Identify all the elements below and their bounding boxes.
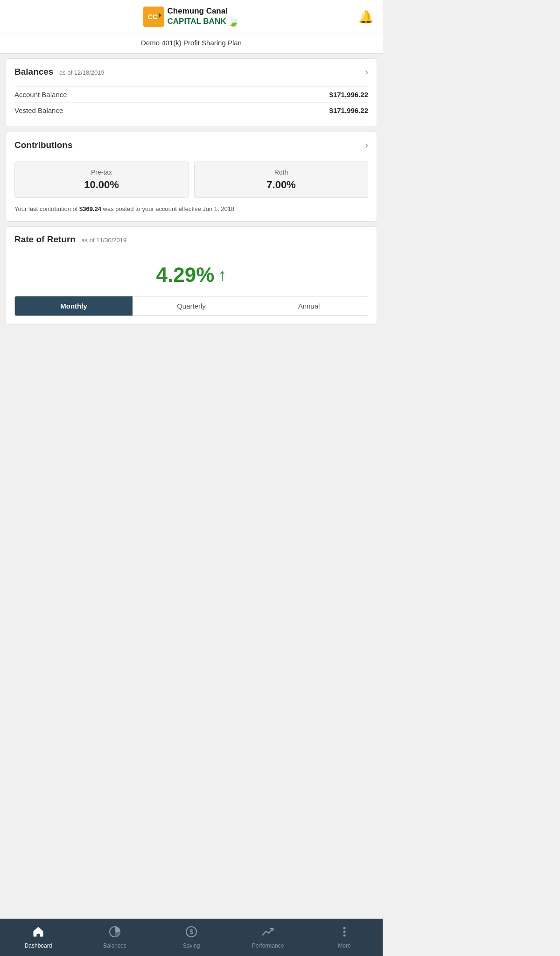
rate-of-return-section: Rate of Return as of 11/30/2019 4.29% ↑ … [6, 226, 377, 325]
contribution-note: Your last contribution of $369.24 was po… [6, 204, 377, 221]
balance-rows: Account Balance $171,996.22 Vested Balan… [6, 84, 377, 127]
ror-rate-display: 4.29% ↑ [14, 257, 368, 296]
contributions-chevron-icon: › [365, 140, 368, 150]
ror-date: as of 11/30/2019 [81, 237, 126, 244]
roth-card: Roth 7.00% [194, 162, 368, 198]
logo-text: Chemung Canal CAPITAL BANK 🍃 [168, 7, 240, 27]
balances-header[interactable]: Balances as of 12/18/2019 › [6, 59, 377, 84]
pretax-label: Pre-tax [20, 169, 183, 176]
contributions-section: Contributions › Pre-tax 10.00% Roth 7.00… [6, 132, 377, 222]
svg-text:CC: CC [148, 13, 157, 21]
ror-percentage: 4.29% [156, 263, 215, 287]
notification-bell-icon[interactable]: 🔔 [358, 10, 373, 24]
account-balance-value: $171,996.22 [329, 91, 368, 98]
pretax-card: Pre-tax 10.00% [14, 162, 189, 198]
account-balance-label: Account Balance [14, 91, 67, 98]
ror-header: Rate of Return as of 11/30/2019 [6, 227, 377, 252]
plan-name: Demo 401(k) Profit Sharing Plan [0, 34, 383, 54]
vested-balance-value: $171,996.22 [329, 106, 368, 114]
ror-tab-group: Monthly Quarterly Annual [14, 296, 368, 316]
vested-balance-label: Vested Balance [14, 106, 63, 114]
balances-chevron-icon: › [365, 66, 368, 77]
balances-title: Balances [14, 67, 53, 77]
balances-section: Balances as of 12/18/2019 › Account Bala… [6, 58, 377, 127]
empty-content-area [0, 330, 383, 647]
pretax-value: 10.00% [20, 179, 183, 191]
contributions-title: Contributions [14, 140, 73, 150]
logo-line1: Chemung Canal [168, 7, 240, 16]
logo: CC Chemung Canal CAPITAL BANK 🍃 [143, 7, 240, 27]
logo-icon: CC [143, 7, 164, 27]
ror-body: 4.29% ↑ Monthly Quarterly Annual [6, 252, 377, 324]
ror-active-indicator [69, 296, 78, 296]
ror-up-arrow-icon: ↑ [218, 265, 226, 285]
ror-title: Rate of Return [14, 234, 76, 244]
tab-monthly[interactable]: Monthly [15, 296, 133, 316]
contrib-amount: $369.24 [79, 205, 101, 212]
roth-value: 7.00% [199, 179, 363, 191]
leaf-icon: 🍃 [228, 16, 239, 27]
roth-label: Roth [199, 169, 363, 176]
ror-title-area: Rate of Return as of 11/30/2019 [14, 234, 126, 245]
balances-title-area: Balances as of 12/18/2019 [14, 67, 105, 77]
tab-annual[interactable]: Annual [250, 296, 368, 316]
contribution-cards: Pre-tax 10.00% Roth 7.00% [6, 158, 377, 204]
app-header: CC Chemung Canal CAPITAL BANK 🍃 🔔 [0, 0, 383, 34]
balances-date: as of 12/18/2019 [59, 69, 105, 76]
vested-balance-row: Vested Balance $171,996.22 [14, 102, 368, 118]
contributions-header[interactable]: Contributions › [6, 132, 377, 158]
logo-line2: CAPITAL BANK 🍃 [168, 16, 240, 27]
account-balance-row: Account Balance $171,996.22 [14, 86, 368, 102]
tab-quarterly[interactable]: Quarterly [133, 296, 250, 316]
